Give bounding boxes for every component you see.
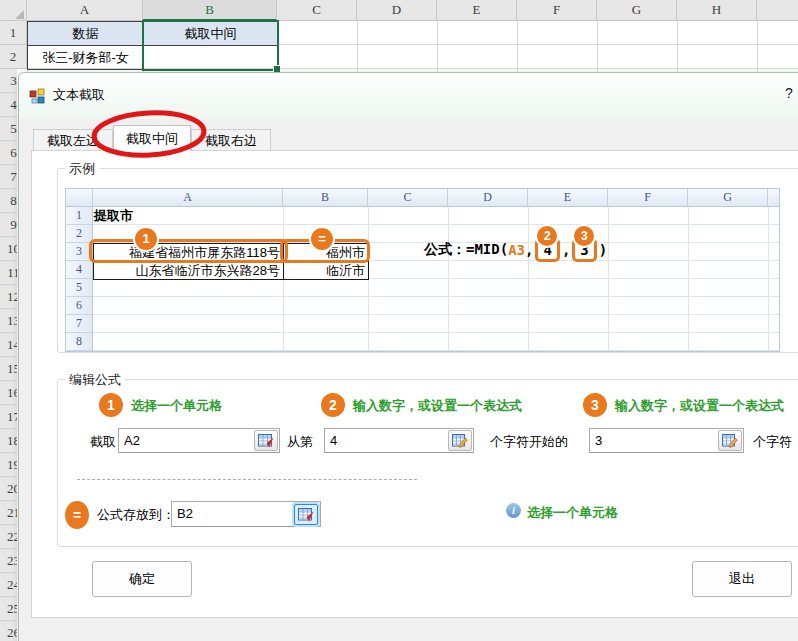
column-header-g[interactable]: G xyxy=(597,0,677,21)
mini-col-a: A xyxy=(93,189,283,207)
mini-corner xyxy=(66,189,93,207)
mini-sheet-row-headers: 1 2 3 4 5 6 7 8 xyxy=(66,207,93,351)
help-button[interactable]: ? xyxy=(785,85,793,101)
row-number[interactable]: 20 xyxy=(0,477,17,501)
row-number[interactable]: 26 xyxy=(0,621,17,641)
row-number[interactable]: 18 xyxy=(0,429,17,453)
row-number[interactable]: 13 xyxy=(0,309,17,333)
mini-cell-a4: 山东省临沂市东兴路28号 xyxy=(93,261,284,280)
extract-label: 截取 xyxy=(90,429,116,454)
expression-editor-icon xyxy=(452,434,468,448)
start-position-value: 4 xyxy=(330,433,337,448)
formula-comma: , xyxy=(525,242,533,258)
mini-col-e: E xyxy=(528,189,608,207)
example-group: 示例 A B C D E F G 1 2 3 4 5 xyxy=(57,168,798,353)
row-number[interactable]: 25 xyxy=(0,597,17,621)
row-number[interactable]: 8 xyxy=(0,189,17,213)
count-suffix-label: 个字符 xyxy=(753,429,792,454)
hint-text-1: 选择一个单元格 xyxy=(131,397,222,415)
mini-sheet-header-row: A B C D E F G xyxy=(66,189,779,207)
char-count-input[interactable]: 3 xyxy=(589,428,744,453)
example-formula: 公式：=MID(A3,24,33) xyxy=(424,233,607,267)
form-icon xyxy=(29,88,45,104)
row-header-2[interactable]: 2 xyxy=(0,45,27,69)
row-header-1[interactable]: 1 xyxy=(0,21,27,45)
cell-a1[interactable]: 数据 xyxy=(27,21,144,46)
tab-extract-left[interactable]: 截取左边 xyxy=(33,129,113,151)
formula-count-box: 33 xyxy=(572,238,596,262)
row-number[interactable]: 19 xyxy=(0,453,17,477)
column-header-row: A B C D E F G H xyxy=(0,0,798,21)
badge-equals-icon: = xyxy=(309,226,335,252)
column-header-h[interactable]: H xyxy=(677,0,757,21)
store-cell-value: B2 xyxy=(177,506,193,521)
dialog-titlebar[interactable]: 文本截取 ? xyxy=(19,73,798,119)
row-number[interactable]: 3 xyxy=(0,69,17,93)
expression-button-start[interactable] xyxy=(448,430,472,451)
edit-group-label: 编辑公式 xyxy=(65,371,125,389)
row-number[interactable]: 21 xyxy=(0,501,17,525)
tab-extract-middle[interactable]: 截取中间 xyxy=(113,125,191,151)
formula-comma2: , xyxy=(562,242,570,258)
example-mini-sheet: A B C D E F G 1 2 3 4 5 6 7 8 xyxy=(65,188,780,352)
row-number[interactable]: 24 xyxy=(0,573,17,597)
formula-suffix: ) xyxy=(599,242,607,258)
start-position-input[interactable]: 4 xyxy=(324,428,474,453)
row-number[interactable]: 14 xyxy=(0,333,17,357)
separator-dashed xyxy=(77,479,417,480)
row-number[interactable]: 22 xyxy=(0,525,17,549)
badge-equals-icon: = xyxy=(65,501,89,529)
column-header-e[interactable]: E xyxy=(437,0,517,21)
start-suffix-label: 个字符开始的 xyxy=(490,429,568,454)
expression-button-count[interactable] xyxy=(718,430,742,451)
row-number[interactable]: 17 xyxy=(0,405,17,429)
column-header-b[interactable]: B xyxy=(143,0,277,21)
mini-col-b: B xyxy=(283,189,368,207)
tab-page: 示例 A B C D E F G 1 2 3 4 5 xyxy=(31,150,798,618)
cell-a2[interactable]: 张三-财务部-女 xyxy=(27,45,144,70)
row-number[interactable]: 5 xyxy=(0,117,17,141)
row-number[interactable]: 16 xyxy=(0,381,17,405)
edit-formula-group: 编辑公式 1 选择一个单元格 2 输入数字，或设置一个表达式 3 输入数字，或设… xyxy=(57,379,798,547)
hint-badge-2-icon: 2 xyxy=(321,393,345,417)
row-number[interactable]: 11 xyxy=(0,261,17,285)
hint-badge-1-icon: 1 xyxy=(99,393,123,417)
hint-text-2: 输入数字，或设置一个表达式 xyxy=(353,397,522,415)
store-hint-text: 选择一个单元格 xyxy=(527,504,618,522)
exit-button[interactable]: 退出 xyxy=(692,561,792,597)
range-picker-button-focused[interactable] xyxy=(294,504,318,525)
dialog-title: 文本截取 xyxy=(53,73,105,117)
tab-extract-right[interactable]: 截取右边 xyxy=(191,129,271,151)
mini-col-f: F xyxy=(608,189,688,207)
row-number[interactable]: 7 xyxy=(0,165,17,189)
mini-col-c: C xyxy=(368,189,448,207)
row-number[interactable]: 10 xyxy=(0,237,17,261)
expression-editor-icon xyxy=(722,434,738,448)
row-number[interactable]: 9 xyxy=(0,213,17,237)
info-icon: i xyxy=(506,503,521,518)
ok-button[interactable]: 确定 xyxy=(92,561,192,597)
row-number[interactable]: 23 xyxy=(0,549,17,573)
store-cell-input[interactable]: B2 xyxy=(171,501,321,527)
mini-cell-a1: 提取市 xyxy=(94,207,282,225)
extract-cell-value: A2 xyxy=(124,433,140,448)
badge-2-icon: 2 xyxy=(535,224,559,248)
range-picker-button[interactable] xyxy=(254,430,278,451)
mini-col-g: G xyxy=(688,189,768,207)
column-header-d[interactable]: D xyxy=(357,0,437,21)
select-all-corner[interactable] xyxy=(0,0,27,21)
column-header-a[interactable]: A xyxy=(27,0,143,21)
row-number[interactable]: 4 xyxy=(0,93,17,117)
store-label: 公式存放到： xyxy=(97,502,175,527)
formula-start-box: 24 xyxy=(535,238,559,262)
char-count-value: 3 xyxy=(595,433,602,448)
row-number-strip: 3456789101112131415161718192021222324252… xyxy=(0,69,17,641)
extract-cell-input[interactable]: A2 xyxy=(118,428,280,453)
range-picker-icon xyxy=(298,508,314,522)
range-picker-icon xyxy=(258,434,274,448)
row-number[interactable]: 6 xyxy=(0,141,17,165)
column-header-f[interactable]: F xyxy=(517,0,597,21)
row-number[interactable]: 15 xyxy=(0,357,17,381)
row-number[interactable]: 12 xyxy=(0,285,17,309)
column-header-c[interactable]: C xyxy=(277,0,357,21)
